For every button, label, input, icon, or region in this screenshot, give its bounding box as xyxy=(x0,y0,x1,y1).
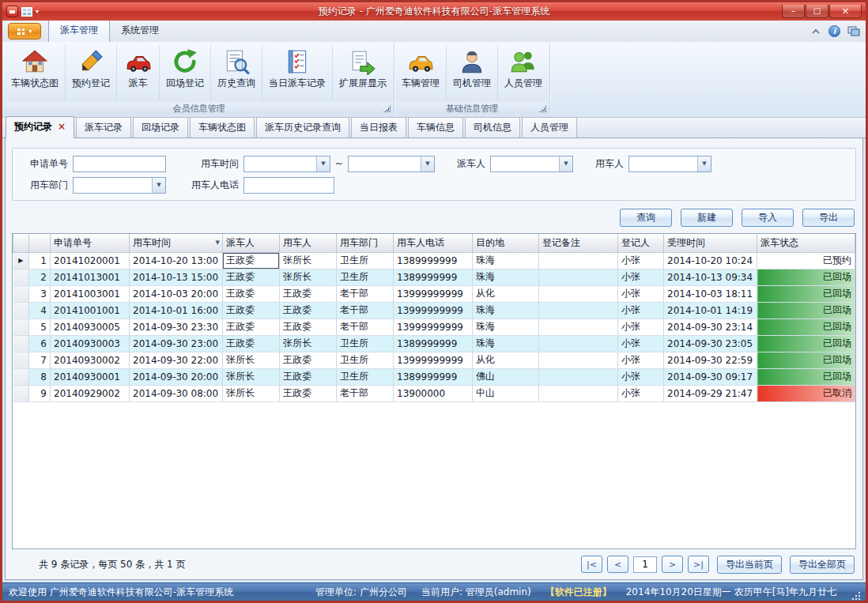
cell-dispatcher[interactable]: 张所长 xyxy=(223,385,280,401)
cell-user[interactable]: 张所长 xyxy=(280,252,337,269)
grid-header-user[interactable]: 用车人 xyxy=(280,234,337,252)
status-badge[interactable]: 已回场 xyxy=(757,368,855,385)
ribbon-button-history-query[interactable]: 历史查询 xyxy=(210,44,262,101)
cell-department[interactable]: 卫生所 xyxy=(337,252,394,269)
status-badge[interactable]: 已回场 xyxy=(757,352,855,368)
cell-remark[interactable] xyxy=(539,318,618,335)
ribbon-button-dispatch[interactable]: 派车 xyxy=(116,44,159,101)
department-combo[interactable]: ▼ xyxy=(73,177,166,194)
status-badge[interactable]: 已预约 xyxy=(757,252,855,269)
grid-header-destination[interactable]: 目的地 xyxy=(473,234,539,252)
cell-accept-time[interactable]: 2014-10-01 14:19 xyxy=(664,302,757,318)
grid-header-apply-no[interactable]: 申请单号 xyxy=(51,234,130,252)
grid-header-user-phone[interactable]: 用车人电话 xyxy=(394,234,473,252)
row-indicator[interactable] xyxy=(13,385,29,401)
screens-icon[interactable] xyxy=(847,26,860,36)
cell-accept-time[interactable]: 2014-10-20 10:24 xyxy=(664,252,757,269)
tab-dispatch-records[interactable]: 派车记录 xyxy=(76,117,131,138)
tab-driver-info[interactable]: 司机信息 xyxy=(465,117,520,138)
grid-header-accept-time[interactable]: 受理时间 xyxy=(664,234,757,252)
caret-down-icon[interactable]: ▾ xyxy=(36,8,39,15)
cell-user-phone[interactable]: 13999999999 xyxy=(394,318,473,335)
cell-accept-time[interactable]: 2014-10-13 09:34 xyxy=(664,269,757,285)
tab-dispatch-history-query[interactable]: 派车历史记录查询 xyxy=(256,117,349,138)
cell-registrar[interactable]: 小张 xyxy=(618,318,664,335)
status-badge[interactable]: 已回场 xyxy=(757,335,855,352)
cell-user-phone[interactable]: 13999999999 xyxy=(394,285,473,302)
cell-destination[interactable]: 珠海 xyxy=(473,252,539,269)
cell-accept-time[interactable]: 2014-09-30 23:14 xyxy=(664,318,757,335)
cell-user-phone[interactable]: 13999999999 xyxy=(394,352,473,368)
sort-down-icon[interactable]: ▼ xyxy=(216,239,220,246)
export-button[interactable]: 导出 xyxy=(802,209,855,227)
cell-department[interactable]: 老干部 xyxy=(337,385,394,401)
cell-registrar[interactable]: 小张 xyxy=(618,385,664,401)
status-badge[interactable]: 已回场 xyxy=(757,302,855,318)
cell-remark[interactable] xyxy=(539,335,618,352)
cell-user-phone[interactable]: 13900000 xyxy=(394,385,473,401)
page-number-input[interactable] xyxy=(633,556,657,573)
table-row[interactable]: ▶ 1 20141020001 2014-10-20 13:00 王政委 张所长… xyxy=(13,252,855,269)
ribbon-tab-system-management[interactable]: 系统管理 xyxy=(110,20,170,42)
cell-use-time[interactable]: 2014-10-13 15:00 xyxy=(130,269,223,285)
cell-apply-no[interactable]: 20141001001 xyxy=(51,302,130,318)
cell-destination[interactable]: 珠海 xyxy=(473,302,539,318)
row-indicator[interactable] xyxy=(13,318,29,335)
tab-vehicle-status-chart[interactable]: 车辆状态图 xyxy=(190,117,255,138)
table-row[interactable]: 7 20140930002 2014-09-30 22:00 张所长 王政委 卫… xyxy=(13,352,855,368)
chevron-down-icon[interactable]: ▼ xyxy=(152,178,165,193)
cell-department[interactable]: 卫生所 xyxy=(337,335,394,352)
cell-remark[interactable] xyxy=(539,269,618,285)
cell-use-time[interactable]: 2014-09-30 08:00 xyxy=(130,385,223,401)
tab-booking-records[interactable]: 预约记录× xyxy=(6,116,74,138)
use-time-to-combo[interactable]: ▼ xyxy=(348,156,435,172)
cell-remark[interactable] xyxy=(539,302,618,318)
chevron-down-icon[interactable]: ▼ xyxy=(421,156,434,171)
cell-user[interactable]: 张所长 xyxy=(280,269,337,285)
cell-use-time[interactable]: 2014-10-20 13:00 xyxy=(130,252,223,269)
cell-department[interactable]: 老干部 xyxy=(337,318,394,335)
export-all-pages-button[interactable]: 导出全部页 xyxy=(790,556,855,574)
cell-apply-no[interactable]: 20141013001 xyxy=(51,269,130,285)
cell-registrar[interactable]: 小张 xyxy=(618,352,664,368)
status-badge[interactable]: 已回场 xyxy=(757,318,855,335)
cell-accept-time[interactable]: 2014-09-29 21:47 xyxy=(664,385,757,401)
chevron-down-icon[interactable]: ▼ xyxy=(559,156,572,171)
ribbon-button-today-dispatch-records[interactable]: 当日派车记录 xyxy=(262,44,332,101)
cell-use-time[interactable]: 2014-10-03 20:00 xyxy=(130,285,223,302)
cell-user[interactable]: 王政委 xyxy=(280,352,337,368)
license-status-link[interactable]: 【软件已注册】 xyxy=(545,586,612,599)
cell-destination[interactable]: 从化 xyxy=(473,352,539,368)
tab-return-records[interactable]: 回场记录 xyxy=(133,117,188,138)
status-badge[interactable]: 已回场 xyxy=(757,269,855,285)
close-tab-icon[interactable]: × xyxy=(58,121,66,132)
cell-registrar[interactable]: 小张 xyxy=(618,368,664,385)
cell-department[interactable]: 卫生所 xyxy=(337,269,394,285)
minimize-button[interactable]: – xyxy=(782,5,805,18)
cell-registrar[interactable]: 小张 xyxy=(618,285,664,302)
cell-user-phone[interactable]: 1389999999 xyxy=(394,368,473,385)
ribbon-button-personnel-management[interactable]: 人员管理 xyxy=(497,44,549,101)
query-button[interactable]: 查询 xyxy=(620,209,672,227)
table-row[interactable]: 6 20140930003 2014-09-30 23:00 王政委 张所长 卫… xyxy=(13,335,855,352)
new-button[interactable]: 新建 xyxy=(681,209,733,227)
row-indicator[interactable] xyxy=(13,335,29,352)
group-dialog-launcher-icon[interactable] xyxy=(539,105,546,112)
cell-user[interactable]: 王政委 xyxy=(280,302,337,318)
grid-header-remark[interactable]: 登记备注 xyxy=(539,234,618,252)
grid-header-use-time[interactable]: 用车时间▼ xyxy=(130,234,223,252)
cell-destination[interactable]: 中山 xyxy=(473,385,539,401)
grid-header-department[interactable]: 用车部门 xyxy=(337,234,394,252)
maximize-button[interactable]: □ xyxy=(806,5,828,18)
chevron-down-icon[interactable]: ▼ xyxy=(316,156,330,171)
cell-user[interactable]: 王政委 xyxy=(280,368,337,385)
ribbon-button-return-register[interactable]: 回场登记 xyxy=(159,44,210,101)
tab-daily-report[interactable]: 当日报表 xyxy=(351,117,406,138)
next-page-button[interactable]: > xyxy=(662,556,683,573)
ribbon-button-extended-screen[interactable]: 扩展屏显示 xyxy=(332,44,393,101)
status-badge[interactable]: 已回场 xyxy=(757,285,855,302)
cell-dispatcher[interactable]: 王政委 xyxy=(223,302,280,318)
cell-apply-no[interactable]: 20140930005 xyxy=(51,318,130,335)
dispatcher-combo[interactable]: ▼ xyxy=(490,156,573,172)
cell-use-time[interactable]: 2014-09-30 23:00 xyxy=(130,335,223,352)
